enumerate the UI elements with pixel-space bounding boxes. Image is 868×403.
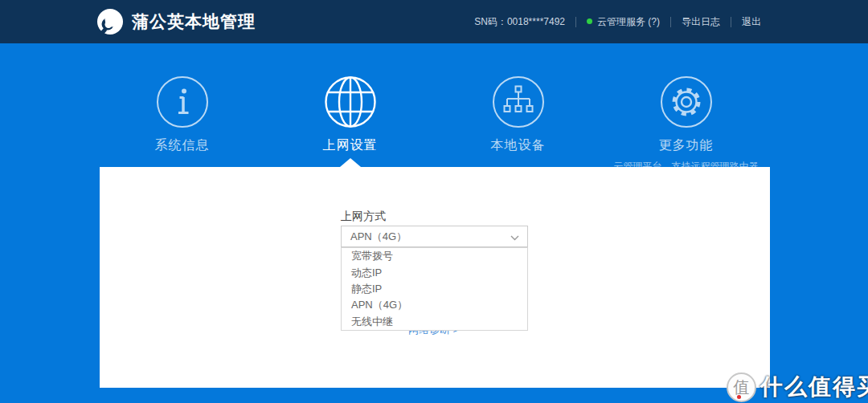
main-nav: 系统信息 上网设置 本地设备 (98, 75, 770, 173)
chevron-down-icon (510, 235, 519, 241)
dropdown-option-wireless-relay[interactable]: 无线中继 (342, 314, 527, 330)
header-links: SN码：0018****7492 云管理服务 (?) 导出日志 退出 (464, 15, 772, 29)
nav-item-more-features[interactable]: 更多功能 云管理平台，支持远程管理路由器 (602, 75, 770, 173)
internet-mode-select[interactable]: APN（4G） (341, 226, 528, 247)
dropdown-option-dynamic-ip[interactable]: 动态IP (342, 264, 527, 280)
active-tab-pointer (340, 158, 361, 167)
dropdown-option-apn-4g[interactable]: APN（4G） (342, 297, 527, 313)
header-bar: 蒲公英本地管理 SN码：0018****7492 云管理服务 (?) 导出日志 … (0, 0, 868, 43)
select-value: APN（4G） (350, 230, 407, 244)
internet-mode-label: 上网方式 (341, 210, 386, 224)
dropdown-option-static-ip[interactable]: 静态IP (342, 281, 527, 297)
cloud-service-link[interactable]: 云管理服务 (?) (576, 15, 670, 29)
brand: 蒲公英本地管理 (97, 9, 256, 35)
badge-red-dot-icon (737, 395, 741, 399)
nav-item-system-info[interactable]: 系统信息 (98, 75, 266, 173)
logout-link[interactable]: 退出 (731, 15, 772, 29)
app-title: 蒲公英本地管理 (132, 10, 256, 33)
sn-label: SN码：0018****7492 (464, 15, 575, 29)
nav-label: 上网设置 (266, 137, 434, 154)
export-log-link[interactable]: 导出日志 (671, 15, 731, 29)
dropdown-option-pppoe[interactable]: 宽带拨号 (342, 248, 527, 264)
globe-icon (324, 75, 377, 128)
nav-label: 系统信息 (98, 137, 266, 154)
settings-card: 上网方式 APN（4G） 宽带拨号 动态IP 静态IP APN（4G） 无线中继… (100, 167, 770, 388)
smzdm-watermark: 什么值得买 (760, 372, 868, 402)
nav-label: 更多功能 (602, 137, 770, 154)
info-icon (156, 75, 209, 128)
oray-logo-icon (97, 9, 123, 35)
nav-label: 本地设备 (434, 137, 602, 154)
nav-item-local-devices[interactable]: 本地设备 (434, 75, 602, 173)
gear-icon (660, 75, 713, 128)
status-dot-icon (587, 18, 592, 24)
device-tree-icon (492, 75, 545, 128)
internet-mode-dropdown: 宽带拨号 动态IP 静态IP APN（4G） 无线中继 (341, 247, 528, 331)
smzdm-badge-icon: 值 (727, 372, 756, 402)
